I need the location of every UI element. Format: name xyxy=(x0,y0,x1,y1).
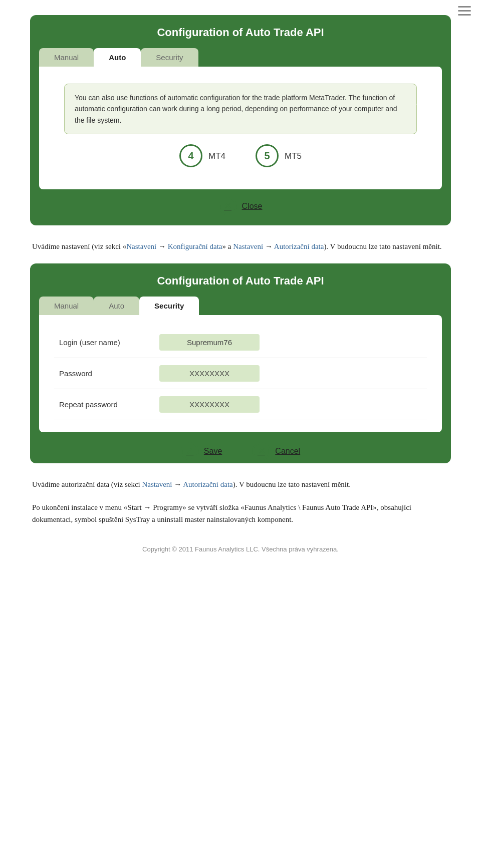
para2-link1[interactable]: Nastavení xyxy=(142,480,172,488)
save-icon: ✓ xyxy=(181,442,199,460)
para1-link2[interactable]: Konfigurační data xyxy=(168,242,222,250)
action-row: ✓ Save ✕ Cancel xyxy=(30,432,451,463)
para2-text-before: Uvádíme autorizační data (viz sekci xyxy=(32,480,142,488)
form-row-password: Password XXXXXXXX xyxy=(54,358,427,389)
para1-text-mid: » a xyxy=(222,242,233,250)
para1-text-before: Uvádíme nastavení (viz sekci « xyxy=(32,242,126,250)
para1-arrow2: → xyxy=(263,242,274,250)
close-button[interactable]: ✕ Close xyxy=(219,197,263,215)
mt5-button[interactable]: 5 MT5 xyxy=(256,144,302,167)
para1-link4[interactable]: Autorizační data xyxy=(274,242,324,250)
password-label: Password xyxy=(59,369,159,378)
menu-icon[interactable] xyxy=(458,6,471,16)
mt4-label: MT4 xyxy=(208,149,225,163)
form-row-login: Login (user name) Supremum76 xyxy=(54,327,427,358)
para2-text-after: ). V budoucnu lze tato nastavení měnit. xyxy=(233,480,351,488)
tab-security-2[interactable]: Security xyxy=(139,297,199,315)
close-row: ✕ Close xyxy=(30,189,451,225)
config-title-1: Configuration of Auto Trade API xyxy=(30,15,451,48)
config-title-2: Configuration of Auto Trade API xyxy=(30,263,451,297)
save-label: Save xyxy=(204,447,222,456)
para2-arrow1: → xyxy=(172,480,183,488)
cancel-button[interactable]: ✕ Cancel xyxy=(252,442,300,460)
auto-description: You can also use functions of automatic … xyxy=(75,94,397,124)
mt-buttons-row: 4 MT4 5 MT5 xyxy=(64,144,417,167)
close-label: Close xyxy=(242,202,263,211)
para1-text-after: ). V budoucnu lze tato nastavení měnit. xyxy=(324,242,441,250)
tabs-row-2: Manual Auto Security xyxy=(30,297,451,315)
close-icon: ✕ xyxy=(219,197,237,215)
tab-manual-1[interactable]: Manual xyxy=(39,48,94,67)
para1-link1[interactable]: Nastavení xyxy=(126,242,156,250)
paragraph-2: Uvádíme autorizační data (viz sekci Nast… xyxy=(30,478,451,490)
paragraph-3: Po ukončení instalace v menu «Start → Pr… xyxy=(30,501,451,525)
config-box-1: Configuration of Auto Trade API Manual A… xyxy=(30,15,451,225)
mt5-label: MT5 xyxy=(285,149,302,163)
cancel-icon: ✕ xyxy=(252,442,270,460)
para1-link3[interactable]: Nastavení xyxy=(233,242,263,250)
para2-link2[interactable]: Autorizační data xyxy=(183,480,233,488)
tab-security-1[interactable]: Security xyxy=(141,48,198,67)
config-content-1: You can also use functions of automatic … xyxy=(39,67,442,189)
speech-bubble: You can also use functions of automatic … xyxy=(64,84,417,134)
paragraph-1: Uvádíme nastavení (viz sekci «Nastavení … xyxy=(30,240,451,252)
login-label: Login (user name) xyxy=(59,338,159,347)
save-button[interactable]: ✓ Save xyxy=(181,442,222,460)
tab-auto-1[interactable]: Auto xyxy=(94,48,141,67)
footer: Copyright © 2011 Faunus Analytics LLC. V… xyxy=(30,545,451,563)
form-fields: Login (user name) Supremum76 Password XX… xyxy=(54,327,427,420)
config-content-2: Login (user name) Supremum76 Password XX… xyxy=(39,315,442,432)
mt5-circle: 5 xyxy=(256,144,279,167)
cancel-label: Cancel xyxy=(275,447,300,456)
para1-arrow1: → xyxy=(156,242,168,250)
mt4-button[interactable]: 4 MT4 xyxy=(179,144,225,167)
tab-auto-2[interactable]: Auto xyxy=(94,297,139,315)
login-value[interactable]: Supremum76 xyxy=(159,334,260,351)
repeat-password-value[interactable]: XXXXXXXX xyxy=(159,396,260,413)
config-box-2: Configuration of Auto Trade API Manual A… xyxy=(30,263,451,463)
password-value[interactable]: XXXXXXXX xyxy=(159,365,260,382)
tab-manual-2[interactable]: Manual xyxy=(39,297,94,315)
auto-content: You can also use functions of automatic … xyxy=(54,79,427,177)
form-row-repeat-password: Repeat password XXXXXXXX xyxy=(54,389,427,420)
tabs-row-1: Manual Auto Security xyxy=(30,48,451,67)
mt4-circle: 4 xyxy=(179,144,202,167)
repeat-password-label: Repeat password xyxy=(59,400,159,409)
